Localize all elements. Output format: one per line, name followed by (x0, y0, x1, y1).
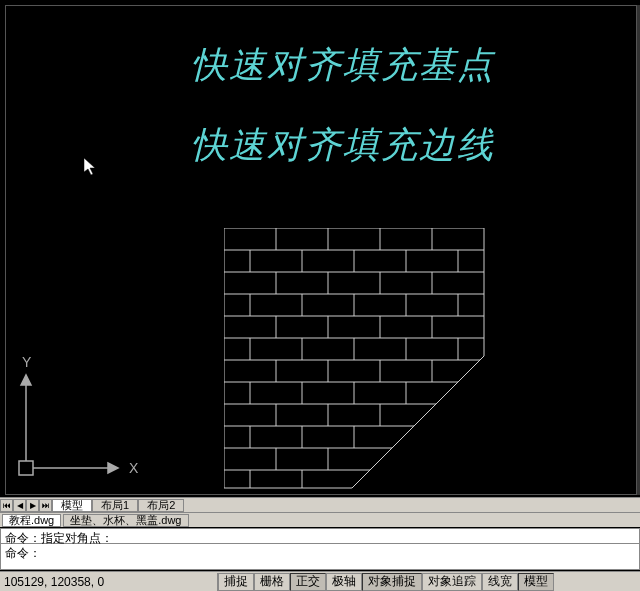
file-tab-active[interactable]: 教程.dwg (2, 514, 61, 527)
svg-rect-56 (19, 461, 33, 475)
file-tab-inactive[interactable]: 坐垫、水杯、黑盖.dwg (63, 514, 188, 527)
annotation-text-2: 快速对齐填充边线 (191, 121, 495, 170)
command-window[interactable]: 命令：指定对角点： 命令： (0, 528, 640, 570)
snap-toggle[interactable]: 捕捉 (218, 573, 254, 591)
tab-layout1[interactable]: 布局1 (92, 499, 138, 512)
brick-hatch-shape (224, 228, 486, 493)
ortho-toggle[interactable]: 正交 (290, 573, 326, 591)
osnap-toggle[interactable]: 对象捕捉 (362, 573, 422, 591)
status-bar: 105129, 120358, 0 捕捉 栅格 正交 极轴 对象捕捉 对象追踪 … (0, 571, 640, 591)
command-history-line: 命令：指定对角点： (1, 529, 639, 543)
nav-prev-icon[interactable]: ◀ (13, 499, 26, 512)
polar-toggle[interactable]: 极轴 (326, 573, 362, 591)
grid-toggle[interactable]: 栅格 (254, 573, 290, 591)
layout-tab-bar: ⏮ ◀ ▶ ⏭ 模型 布局1 布局2 (0, 497, 640, 512)
command-prompt[interactable]: 命令： (1, 543, 639, 557)
nav-next-icon[interactable]: ▶ (26, 499, 39, 512)
model-paper-toggle[interactable]: 模型 (518, 573, 554, 591)
mouse-cursor-icon (84, 158, 100, 179)
file-tab-bar: 教程.dwg 坐垫、水杯、黑盖.dwg (0, 512, 640, 527)
ucs-y-label: Y (22, 354, 32, 370)
coordinates-display[interactable]: 105129, 120358, 0 (0, 573, 218, 591)
annotation-text-1: 快速对齐填充基点 (191, 41, 495, 90)
otrack-toggle[interactable]: 对象追踪 (422, 573, 482, 591)
tab-layout2[interactable]: 布局2 (138, 499, 184, 512)
tab-model[interactable]: 模型 (52, 499, 92, 512)
lineweight-toggle[interactable]: 线宽 (482, 573, 518, 591)
ucs-icon: X Y (16, 353, 146, 486)
drawing-canvas[interactable]: 快速对齐填充基点 快速对齐填充边线 (5, 5, 637, 495)
ucs-x-label: X (129, 460, 139, 476)
nav-last-icon[interactable]: ⏭ (39, 499, 52, 512)
nav-first-icon[interactable]: ⏮ (0, 499, 13, 512)
